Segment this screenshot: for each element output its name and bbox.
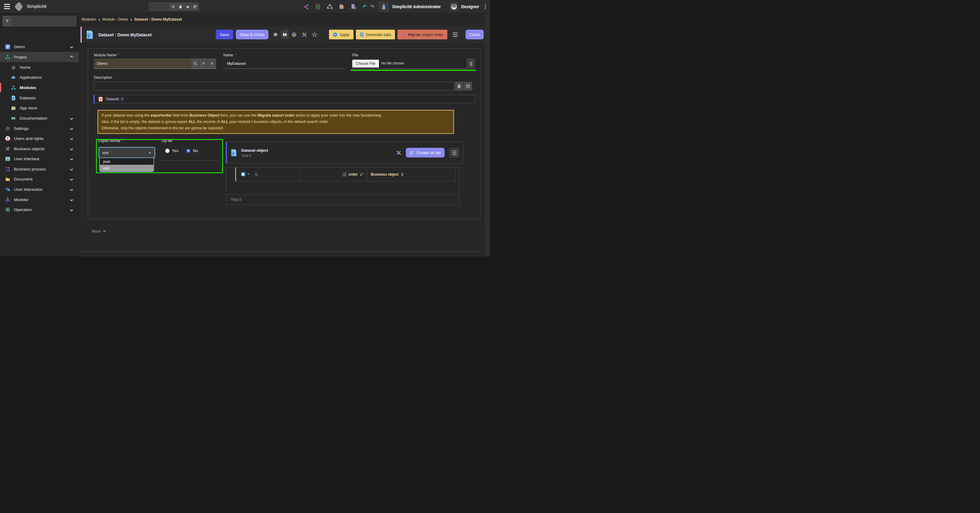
more-link[interactable]: More [92,229,106,234]
chevron-down-icon [70,127,73,130]
comment-icon[interactable] [273,32,278,37]
breadcrumb-module-demo[interactable]: Module : Demo [102,17,128,21]
svg-text:</>: </> [317,6,319,8]
sidebar-item-applications[interactable]: Applications [0,72,79,82]
migrate-export-order-button[interactable]: Migrate export order [398,30,447,39]
sidebar-item-datasets[interactable]: Datasets [0,92,79,103]
apply-button[interactable]: Apply [329,30,353,39]
chevron-down-icon [70,147,73,150]
ordered-list-icon: 123 [342,172,347,177]
svg-text:?: ? [293,33,295,36]
lookup-search-icon[interactable] [191,59,199,69]
menu-icon[interactable] [4,4,10,9]
chevron-down-icon [103,229,106,232]
sidebar-item-modules[interactable]: Modules [0,82,79,92]
designer-avatar[interactable] [449,2,458,11]
option-xml[interactable]: xml [100,165,153,171]
sidebar-item-business-objects[interactable]: Business objects [0,143,79,154]
tab-dataset-2[interactable]: Dataset -2 [94,95,475,103]
role-name[interactable]: Designer [461,4,479,9]
help-icon[interactable]: ? [291,32,297,37]
export-format-value: xml [102,150,108,155]
sidebar-item-documentation[interactable]: M Documentation [0,113,79,123]
grid-select-cell [236,167,300,181]
sidebar-item-user-interface[interactable]: User interface [0,153,79,164]
filter-funnel-icon[interactable] [3,16,12,26]
undo-icon[interactable]: ↶ [363,4,367,10]
grid-column-business-object[interactable]: Business object [367,167,455,181]
search-icon[interactable] [170,3,177,10]
sidebar-item-operation[interactable]: Operation [0,204,79,215]
generate-data-button[interactable]: Generate data [356,30,395,39]
name-input[interactable]: MyDataset [223,59,344,69]
header-actions-left: Save Save & Close ? [216,30,317,39]
open-record-arrow-icon[interactable] [199,59,208,69]
bookmark-star-icon[interactable] [312,32,317,37]
sidebar-item-users-and-rights[interactable]: Users and rights [0,133,79,143]
close-button[interactable]: Close [466,30,484,39]
sidebar-item-settings[interactable]: Settings [0,123,79,134]
apps-grid-icon[interactable] [191,3,199,10]
description-input[interactable] [94,82,454,91]
radio-unchecked-icon [165,149,170,153]
record-header: Dataset : Demo MyDataset Save Save & Clo… [81,27,485,43]
select-all-checkbox[interactable] [241,172,245,176]
binoculars-icon[interactable] [281,30,289,39]
sidebar-item-demo[interactable]: Demo [0,41,79,52]
dataset-doc-icon [11,96,16,100]
kebab-menu-icon[interactable] [484,4,487,10]
crossdata-icon[interactable] [396,150,401,155]
pencil-ruler-icon [5,146,10,151]
more-actions-icon[interactable] [453,32,458,37]
tree-diagram-icon [5,197,10,202]
crossdata-icon[interactable] [302,32,307,37]
share-icon[interactable] [303,4,309,10]
notice-line-2: Also, if the list is empty, the dataset … [102,119,450,125]
edit-icon[interactable] [464,82,472,91]
save-button[interactable]: Save [216,30,233,39]
export-format-select[interactable]: xml [99,147,155,158]
sidebar-item-home[interactable]: Home [0,62,79,72]
zip-no-radio[interactable]: No [186,148,198,153]
dataset-object-grid: 123 order Business object Total 0 [226,167,460,205]
add-plus-icon[interactable] [208,59,216,69]
clear-cache-icon[interactable] [327,4,332,10]
scrollbar-rail[interactable] [485,13,490,256]
redo-icon[interactable]: ↷ [370,4,374,10]
create-on-list-button[interactable]: Create on list [406,148,445,158]
clipboard-icon[interactable] [455,82,463,91]
sidebar-item-business-process[interactable]: Business process [0,164,79,174]
user-avatar[interactable] [379,1,389,12]
header-actions-right: Apply Generate data Migrate export order… [329,30,484,39]
list-menu-icon[interactable] [449,148,460,158]
grid-footer: Total 0 [226,194,459,204]
choose-file-button[interactable]: Choose File [352,60,379,67]
grid-search-icon[interactable] [254,172,258,177]
save-close-button[interactable]: Save & Close [236,30,269,39]
sidebar-filter-input[interactable] [12,16,76,26]
dataset-object-texts: Dataset object Total 0 [241,148,268,158]
sort-amount-icon [360,172,364,177]
search-input[interactable] [150,3,170,10]
select-caret-icon[interactable] [247,174,250,175]
option-json[interactable]: json [100,158,153,165]
favorites-star-icon[interactable] [184,3,191,10]
sidebar-item-document[interactable]: Document [0,174,79,184]
breadcrumb-modules[interactable]: Modules [82,17,96,21]
sidebar-item-user-interaction[interactable]: User interaction [0,184,79,194]
sidebar-item-modeler[interactable]: Modeler [0,194,79,205]
database-gear-icon[interactable] [351,4,356,10]
card-view-icon[interactable] [177,3,184,10]
module-name-input[interactable]: Demo [94,59,191,69]
dataset-tab-icon [99,97,103,102]
dataset-object-total: Total 0 [241,154,268,158]
grid-column-order[interactable]: 123 order [300,167,367,181]
process-flow-icon [5,167,10,172]
tasks-warning-icon[interactable]: ! [339,4,344,10]
trash-icon[interactable] [467,59,475,69]
user-name[interactable]: Simplicité Administrator [392,4,441,9]
code-console-icon[interactable]: </> [315,4,320,10]
zip-yes-radio[interactable]: Yes [165,148,178,153]
sidebar-item-project[interactable]: Project [0,52,79,62]
sidebar-item-app-store[interactable]: App store [0,103,79,113]
